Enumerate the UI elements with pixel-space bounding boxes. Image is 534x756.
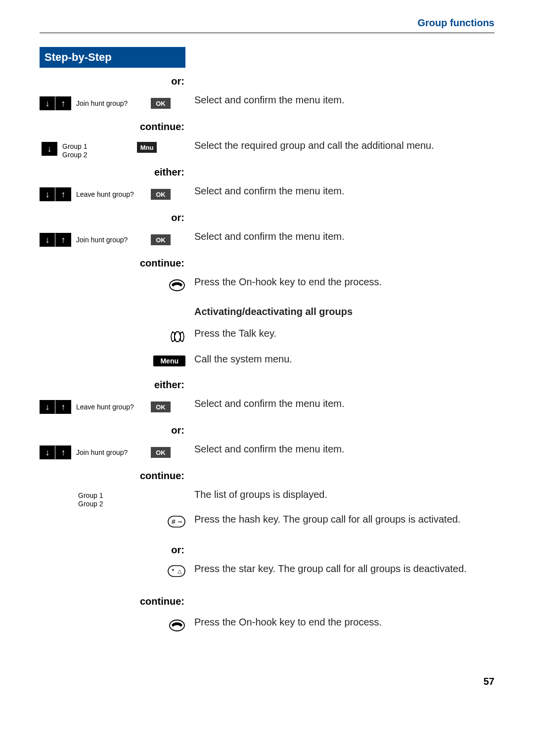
nav-arrows[interactable]: ↓ ↑ bbox=[40, 187, 72, 201]
arrow-up-icon[interactable]: ↑ bbox=[55, 233, 71, 247]
label-or: or: bbox=[40, 425, 185, 436]
label-continue: continue: bbox=[40, 470, 185, 481]
menu-item-leave: Leave hunt group? bbox=[76, 402, 148, 411]
label-either: either: bbox=[40, 167, 185, 178]
instruction-text: Select and confirm the menu item. bbox=[194, 443, 344, 456]
mnu-button[interactable]: Mnu bbox=[137, 142, 157, 153]
subheading: Activating/deactivating all groups bbox=[194, 305, 353, 318]
on-hook-key-icon[interactable] bbox=[169, 619, 185, 634]
label-or: or: bbox=[40, 544, 185, 555]
arrow-down-icon[interactable]: ↓ bbox=[42, 142, 57, 156]
menu-item-join: Join hunt group? bbox=[76, 448, 148, 456]
section-header: Group functions bbox=[40, 17, 494, 33]
instruction-text: Select and confirm the menu item. bbox=[194, 184, 344, 198]
instruction-text: Press the star key. The group call for a… bbox=[194, 562, 467, 576]
menu-item-join: Join hunt group? bbox=[76, 235, 148, 244]
arrow-down-icon[interactable]: ↓ bbox=[40, 400, 55, 414]
instruction-text: Press the On-hook key to end the process… bbox=[194, 275, 382, 289]
nav-arrows[interactable]: ↓ ↑ bbox=[40, 233, 72, 247]
label-continue: continue: bbox=[40, 258, 185, 268]
svg-text:△: △ bbox=[178, 568, 182, 574]
ok-button[interactable]: OK bbox=[151, 234, 171, 245]
svg-text:⊸: ⊸ bbox=[178, 519, 182, 525]
menu-item-join: Join hunt group? bbox=[76, 99, 148, 107]
svg-point-0 bbox=[170, 280, 184, 291]
svg-point-7 bbox=[170, 620, 184, 631]
ok-button[interactable]: OK bbox=[151, 189, 171, 200]
arrow-down-icon[interactable]: ↓ bbox=[40, 233, 55, 247]
instruction-text: The list of groups is displayed. bbox=[194, 488, 327, 501]
nav-arrows[interactable]: ↓ ↑ bbox=[40, 400, 72, 414]
arrow-up-icon[interactable]: ↑ bbox=[55, 400, 71, 414]
right-column: Select and confirm the menu item. Select… bbox=[185, 47, 494, 643]
svg-text:#: # bbox=[172, 518, 176, 526]
hash-key-icon[interactable]: # ⊸ bbox=[168, 516, 185, 530]
step-by-step-header: Step-by-Step bbox=[40, 47, 185, 68]
page-number: 57 bbox=[40, 676, 494, 687]
menu-button[interactable]: Menu bbox=[153, 356, 185, 366]
left-column: Step-by-Step or: ↓ ↑ Join hunt group? OK bbox=[40, 47, 185, 646]
instruction-text: Press the Talk key. bbox=[194, 327, 276, 340]
menu-item-leave: Leave hunt group? bbox=[76, 190, 148, 198]
on-hook-key-icon[interactable] bbox=[169, 278, 185, 294]
svg-rect-4 bbox=[168, 566, 185, 577]
nav-arrows[interactable]: ↓ ↑ bbox=[40, 445, 72, 459]
section-title: Group functions bbox=[417, 17, 494, 28]
instruction-text: Press the hash key. The group call for a… bbox=[194, 513, 460, 526]
nav-arrows[interactable]: ↓ ↑ bbox=[40, 96, 72, 110]
label-or: or: bbox=[40, 212, 185, 223]
label-or: or: bbox=[40, 76, 185, 87]
arrow-up-icon[interactable]: ↑ bbox=[55, 445, 71, 459]
label-continue: continue: bbox=[40, 121, 185, 132]
instruction-text: Call the system menu. bbox=[194, 353, 292, 366]
group-list: Group 1 Group 2 bbox=[62, 142, 134, 159]
arrow-down-icon[interactable]: ↓ bbox=[40, 96, 55, 110]
instruction-text: Select and confirm the menu item. bbox=[194, 93, 344, 107]
talk-key-icon[interactable] bbox=[170, 330, 185, 346]
ok-button[interactable]: OK bbox=[151, 401, 171, 412]
instruction-text: Select and confirm the menu item. bbox=[194, 230, 344, 243]
ok-button[interactable]: OK bbox=[151, 447, 171, 458]
instruction-text: Select and confirm the menu item. bbox=[194, 397, 344, 410]
ok-button[interactable]: OK bbox=[151, 98, 171, 109]
svg-rect-1 bbox=[168, 516, 185, 527]
label-continue: continue: bbox=[40, 596, 185, 607]
arrow-up-icon[interactable]: ↑ bbox=[55, 187, 71, 201]
arrow-down-icon[interactable]: ↓ bbox=[40, 187, 55, 201]
arrow-up-icon[interactable]: ↑ bbox=[55, 96, 71, 110]
instruction-text: Press the On-hook key to end the process… bbox=[194, 616, 382, 629]
group-list: Group 1 Group 2 bbox=[78, 491, 150, 508]
svg-text:*: * bbox=[172, 567, 175, 575]
star-key-icon[interactable]: * △ bbox=[168, 565, 185, 579]
label-either: either: bbox=[40, 379, 185, 390]
instruction-text: Select the required group and call the a… bbox=[194, 139, 434, 152]
arrow-down-icon[interactable]: ↓ bbox=[40, 445, 55, 459]
